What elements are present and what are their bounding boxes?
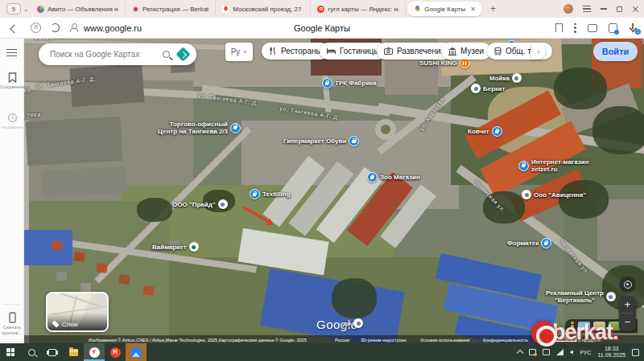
tab-google-maps-active[interactable]: Google Карты ✕ (407, 2, 482, 16)
imagery-thumbnail[interactable] (578, 322, 590, 330)
file-explorer-icon[interactable] (63, 343, 84, 361)
poi-vaymarket[interactable]: Ваймаркет (152, 242, 199, 252)
poi-textilling[interactable]: Textilling (250, 189, 291, 199)
browser-menu-icon[interactable] (583, 6, 591, 12)
poi-ooo-prayd[interactable]: ООО "Прайд" (172, 199, 228, 209)
pegman-icon[interactable] (569, 322, 575, 331)
language-button[interactable]: Ру▼ (225, 43, 253, 61)
tray-expand-icon[interactable] (517, 350, 523, 356)
map-house (51, 240, 62, 251)
yandex-favicon-icon (317, 6, 324, 13)
map-house (118, 274, 130, 285)
clock[interactable]: 18:3311.09.2025 (597, 346, 625, 359)
poi-reklamny-centr-vertikal[interactable]: Рекламный Центр"Вертикаль" (546, 289, 616, 304)
map-building (26, 117, 123, 166)
google-maps-favicon-icon (414, 6, 421, 13)
sidebar-item-saved[interactable]: Сохраненное (0, 72, 24, 90)
place-pin-icon (471, 84, 481, 93)
notification-center-icon[interactable] (632, 349, 639, 356)
place-pin-icon (606, 292, 616, 302)
maps-search-box[interactable]: Поиск на Google Картах (39, 43, 196, 65)
window-minimize-button[interactable] (601, 8, 607, 10)
poi-berkat[interactable]: Беркат (471, 84, 505, 93)
shopping-pin-icon (541, 238, 551, 248)
phone-icon (9, 312, 16, 323)
maps-menu-icon[interactable] (6, 49, 17, 56)
poi-torgovo-ofisny-center[interactable]: Торгово-офисныйЦентр на Тангиева 2/3 (158, 121, 241, 135)
poi-gipermarket-obuvi[interactable]: Гипермаркет Обуви (283, 136, 359, 146)
map-building (41, 166, 127, 196)
roundabout (375, 119, 396, 140)
window-close-button[interactable] (632, 6, 639, 13)
back-button[interactable] (11, 24, 19, 32)
bookmark-icon[interactable] (555, 23, 563, 32)
poi-formatek[interactable]: Форматек (507, 238, 551, 248)
layers-widget[interactable]: Слои (46, 292, 109, 332)
poi-moyka[interactable]: Мойка (489, 73, 522, 83)
zoom-controls: + − (619, 296, 636, 331)
zoom-out-button[interactable]: − (619, 314, 636, 330)
screen: 5 ⌄ Авито — Объявления на Регистрация — … (0, 0, 644, 361)
terms-link[interactable]: Условия использования (420, 338, 469, 343)
poi-avicenna[interactable]: Ооо "Авиценна" (522, 190, 586, 199)
my-location-button[interactable] (620, 277, 635, 292)
photos-app-taskbar-icon[interactable] (126, 343, 147, 361)
attribution-3d: 3D-режим недоступен (361, 338, 407, 343)
place-pin-icon (512, 73, 522, 83)
tab-close-icon[interactable]: ✕ (469, 6, 476, 13)
yandex-home-button[interactable] (31, 23, 41, 33)
reload-button[interactable] (51, 23, 60, 32)
new-tab-button[interactable]: + (484, 3, 502, 14)
map-house (80, 283, 91, 292)
tab-yandex-search[interactable]: гугл карты — Яндекс: наш (311, 0, 406, 18)
network-icon[interactable] (556, 349, 564, 355)
browser-tab-bar: 5 ⌄ Авито — Объявления на Регистрация — … (0, 0, 644, 18)
poi-partial[interactable]: ди (343, 318, 363, 328)
shopping-pin-icon (518, 161, 529, 171)
tab-avito[interactable]: Авито — Объявления на (31, 0, 126, 18)
protect-icon[interactable] (609, 23, 617, 33)
street-label-cut: тика (27, 112, 41, 117)
sign-in-button[interactable]: Войти (593, 42, 638, 61)
map-viewport[interactable]: Фабричная ул. ул. Тангиева А-Г. Д. ул. Т… (24, 39, 644, 343)
poi-zoo-magazin[interactable]: Зоо Магазин (367, 172, 420, 183)
language-indicator[interactable]: РУС (580, 350, 591, 355)
privacy-link[interactable]: Конфиденциальность (483, 338, 528, 343)
volume-icon[interactable] (570, 350, 573, 355)
task-view-icon[interactable] (42, 343, 63, 361)
chip-museums[interactable]: Музеи (441, 43, 491, 59)
tray-app-icon[interactable] (543, 349, 550, 355)
tab-count-button[interactable]: 5 (6, 3, 21, 14)
satellite-map[interactable]: Фабричная ул. ул. Тангиева А-Г. Д. ул. Т… (24, 39, 644, 343)
search-icon[interactable] (163, 51, 170, 58)
downloads-icon[interactable]: 1 (629, 23, 638, 33)
tray-app-icon[interactable] (529, 349, 536, 355)
yandex-browser-taskbar-icon[interactable] (84, 343, 105, 361)
museum-icon (448, 47, 456, 55)
taskbar-search-icon[interactable] (21, 343, 42, 361)
more-options-icon[interactable] (574, 23, 576, 33)
shopping-pin-icon (492, 126, 502, 137)
search-placeholder: Поиск на Google Картах (50, 50, 163, 59)
extensions-icon[interactable] (588, 24, 597, 32)
poi-zetzet[interactable]: Интернет-магазинzetzet.ru (518, 158, 588, 173)
sidebar-item-recent[interactable]: Недавние (0, 113, 24, 130)
tab-moskovsky-proezd[interactable]: Московский проезд, 27 – (216, 0, 311, 18)
tab-berkat-registration[interactable]: Регистрация — Berkat (126, 0, 216, 18)
imagery-thumbnail[interactable] (593, 322, 605, 330)
tab-list-chevron-icon[interactable]: ⌄ (21, 6, 31, 13)
url-text[interactable]: www.google.ru (84, 23, 142, 33)
window-maximize-button[interactable] (617, 6, 622, 12)
site-info-icon[interactable] (69, 23, 77, 32)
sidebar-item-download-app[interactable]: Скачать прилож... (0, 312, 24, 336)
start-button[interactable] (0, 343, 21, 361)
poi-trk-fabrika[interactable]: ТРК Фабрика (322, 78, 377, 88)
place-pin-icon (522, 190, 531, 199)
directions-icon[interactable] (175, 47, 190, 61)
yandex-app-taskbar-icon[interactable] (105, 343, 126, 361)
profile-avatar[interactable] (564, 4, 573, 14)
map-scale: 100 м (555, 335, 576, 342)
sidebar-divider (3, 304, 20, 305)
poi-kovcheg[interactable]: Ковчег (468, 126, 502, 137)
zoom-in-button[interactable]: + (619, 296, 636, 313)
